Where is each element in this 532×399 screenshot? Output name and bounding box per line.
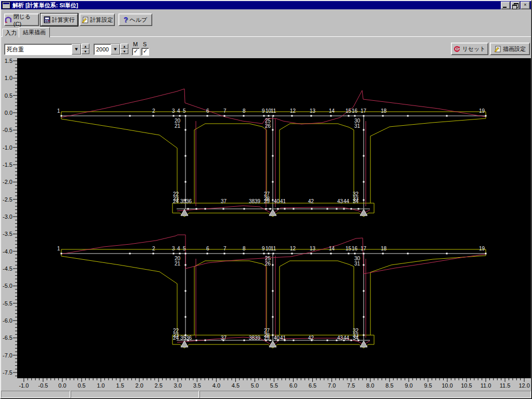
node-label: 34 (353, 198, 359, 204)
load-case-combobox[interactable]: 死自重 ▼ (4, 44, 82, 55)
svg-text:-4.0: -4.0 (3, 248, 12, 255)
spin-up-icon[interactable]: ▲ (121, 44, 128, 49)
node-label: 8 (243, 108, 246, 114)
node-label: 44 (343, 198, 350, 204)
run-calc-button[interactable]: 計算実行 (41, 14, 78, 26)
node-label: 5 (183, 246, 186, 251)
calc-settings-label: 計算設定 (90, 16, 113, 24)
node-label: 26 (265, 123, 271, 129)
svg-text:6.0: 6.0 (289, 382, 297, 389)
node-label: 38 (249, 198, 255, 204)
node-label: 5 (183, 108, 186, 114)
run-calc-label: 計算実行 (52, 16, 75, 24)
document-pencil-icon (82, 16, 89, 23)
svg-text:-5.5: -5.5 (3, 300, 12, 307)
draw-settings-button[interactable]: 描画設定 (490, 43, 530, 55)
node-label: 9 (262, 246, 265, 251)
close-button[interactable]: × (521, 2, 530, 9)
close-app-button[interactable]: 閉じる(C) (4, 14, 39, 26)
node-label: 12 (290, 246, 296, 251)
node-label: 16 (352, 246, 358, 251)
svg-text:4.5: 4.5 (232, 382, 240, 389)
svg-text:0.5: 0.5 (77, 382, 85, 389)
tab-result-drawing-label: 結果描画 (23, 29, 46, 36)
restore-button[interactable] (511, 2, 520, 9)
svg-text:6.5: 6.5 (309, 382, 316, 389)
node-label: 15 (345, 108, 352, 114)
node-label: 19 (479, 246, 485, 251)
status-bar (1, 391, 531, 398)
svg-text:0.0: 0.0 (58, 382, 66, 389)
load-case-spinner[interactable]: ▲ ▼ (82, 44, 89, 54)
s-checkbox[interactable]: ✓ (141, 48, 149, 56)
exit-door-icon (5, 16, 12, 23)
svg-text:11.0: 11.0 (481, 382, 491, 389)
spin-down-icon[interactable]: ▼ (121, 49, 128, 54)
scale-combobox[interactable]: 2000 ▼ (94, 44, 121, 55)
svg-text:9.0: 9.0 (405, 382, 413, 389)
reset-icon (454, 46, 460, 52)
node-label: 18 (381, 246, 387, 251)
reset-label: リセット (462, 45, 485, 53)
node-label: 40 (274, 335, 280, 341)
svg-text:0.5: 0.5 (5, 92, 12, 99)
svg-text:7.0: 7.0 (328, 382, 336, 389)
scale-spinner[interactable]: ▲ ▼ (121, 44, 128, 54)
draw-settings-label: 描画設定 (503, 45, 526, 53)
node-label: 31 (354, 261, 361, 267)
app-icon[interactable] (2, 2, 10, 9)
node-label: 31 (354, 123, 361, 129)
node-label: 21 (175, 123, 181, 129)
calc-settings-button[interactable]: 計算設定 (79, 14, 115, 26)
node-label: 8 (243, 246, 246, 251)
node-label: 24 (173, 198, 179, 204)
node-label: 17 (361, 246, 367, 251)
node-label: 11 (271, 108, 276, 114)
spin-down-icon[interactable]: ▼ (82, 49, 89, 54)
tab-input-label: 入力 (5, 29, 17, 37)
node-label: 19 (479, 108, 485, 114)
node-label: 15 (345, 246, 352, 251)
svg-text:10.5: 10.5 (461, 382, 472, 389)
help-label: ヘルプ (129, 16, 147, 24)
reset-button[interactable]: リセット (451, 43, 488, 55)
spin-up-icon[interactable]: ▲ (82, 44, 89, 49)
svg-text:3.5: 3.5 (193, 382, 201, 389)
node-label: 7 (223, 246, 227, 251)
svg-text:2.0: 2.0 (136, 382, 143, 389)
node-label: 2 (152, 108, 155, 114)
node-label: 35 (180, 335, 187, 341)
node-label: 44 (343, 335, 350, 341)
svg-text:-0.5: -0.5 (3, 127, 12, 133)
node-label: 13 (310, 108, 316, 114)
node-label: 1 (57, 108, 60, 114)
node-label: 21 (175, 261, 181, 267)
m-checkbox[interactable]: ✓ (132, 48, 140, 56)
node-label: 43 (337, 335, 343, 341)
node-label: 7 (223, 108, 227, 114)
node-label: 14 (329, 246, 335, 251)
node-label: 12 (290, 108, 296, 114)
tab-result-drawing[interactable]: 結果描画 (19, 27, 50, 37)
svg-text:8.5: 8.5 (385, 382, 393, 389)
node-label: 37 (221, 198, 227, 204)
scale-value: 2000 (94, 46, 111, 52)
node-label: 2 (152, 246, 155, 251)
svg-text:8.0: 8.0 (366, 382, 374, 389)
window-title: 解析 [計算単位系: SI単位] (12, 2, 78, 9)
minimize-button[interactable] (501, 2, 510, 9)
chevron-down-icon[interactable]: ▼ (72, 44, 81, 55)
node-label: 34 (353, 335, 359, 341)
node-label: 42 (308, 335, 314, 341)
node-label: 4 (177, 108, 180, 114)
help-button[interactable]: ? ヘルプ (118, 14, 152, 26)
status-panel-2 (71, 391, 199, 398)
svg-text:1.0: 1.0 (97, 382, 104, 389)
minimize-icon (503, 7, 507, 8)
svg-text:4.0: 4.0 (212, 382, 220, 389)
svg-text:2.5: 2.5 (155, 382, 163, 389)
chevron-down-icon[interactable]: ▼ (111, 44, 120, 55)
tab-input[interactable]: 入力 (2, 29, 20, 37)
help-icon: ? (124, 16, 128, 24)
title-bar: 解析 [計算単位系: SI単位] × (1, 1, 531, 9)
